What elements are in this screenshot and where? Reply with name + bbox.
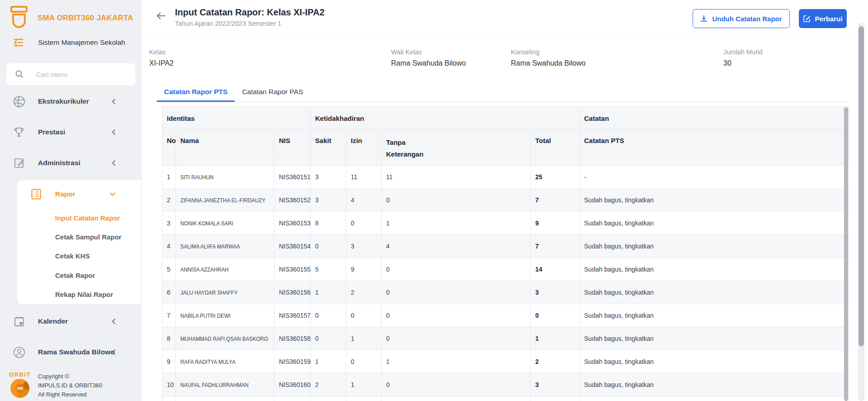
sidebar-subitem-cetak-sampul-rapor[interactable]: Cetak Sampul Rapor — [17, 227, 141, 246]
cell-nama: ZIFANNA JANEZTHA EL-FIRDAUZY — [176, 189, 274, 212]
cell-catatan-pts: Sudah bagus, tingkatkan — [580, 304, 849, 327]
cell-tanpa-keterangan: 1 — [382, 212, 531, 235]
column-header-izin: Izin — [346, 130, 382, 166]
cell-tanpa-keterangan: 4 — [382, 235, 531, 258]
tab-catatan-rapor-pas[interactable]: Catatan Rapor PAS — [235, 82, 310, 102]
download-report-notes-button[interactable]: Unduh Catatan Rapor — [693, 9, 790, 28]
cell-catatan-pts: Sudah bagus, tingkatkan — [580, 327, 849, 350]
copyright: Copyright © IMPULS.ID & ORBIT360 All Rig… — [38, 372, 102, 399]
cell-nis: NIS360152 — [274, 189, 311, 212]
group-header-identitas: Identitas — [162, 107, 311, 130]
cell-empty — [311, 396, 346, 401]
cell-no: 2 — [162, 189, 176, 212]
cell-no: 9 — [162, 350, 176, 373]
cell-nama: NABILA PUTRI DEWI — [176, 304, 274, 327]
cell-nama: JALU HAYDAR SHAFFY — [176, 281, 274, 304]
clipboard-edit-icon — [13, 157, 25, 169]
cell-no: 3 — [162, 212, 176, 235]
group-header-ketidakhadiran: Ketidakhadiran — [311, 107, 580, 130]
sidebar-subitem-input-catatan-rapor[interactable]: Input Catatan Rapor — [17, 208, 141, 227]
volleyball-icon — [13, 95, 25, 108]
page-title: Input Catatan Rapor: Kelas XI-IPA2 — [175, 7, 325, 18]
app-subtitle-row: Sistem Manajemen Sekolah — [13, 38, 125, 47]
sidebar-subitem-rekap-nilai-rapor[interactable]: Rekap Nilai Rapor — [17, 285, 141, 304]
chevron-down-icon — [109, 192, 116, 196]
info-label: Kelas — [149, 48, 174, 56]
cell-no: 8 — [162, 327, 176, 350]
cell-nama: MUHAMMAD RAFI QSAN BASKORO — [176, 327, 274, 350]
sidebar-item-kalender[interactable]: Kalender — [0, 306, 141, 337]
download-button-label: Unduh Catatan Rapor — [712, 15, 782, 23]
cell-total: 1 — [531, 327, 580, 350]
cell-no: 1 — [162, 166, 176, 189]
sidebar-item-administrasi[interactable]: Administrasi — [0, 148, 141, 178]
sidebar-item-label: Rapor — [55, 190, 75, 198]
info-label: Jumlah Murid — [723, 48, 763, 56]
sidebar-item-profile[interactable]: Rama Swahuda Bilowo — [0, 337, 141, 368]
cell-sakit: 8 — [311, 212, 346, 235]
cell-total: 7 — [531, 189, 580, 212]
cell-total: 14 — [531, 258, 580, 281]
table-row: 2ZIFANNA JANEZTHA EL-FIRDAUZYNIS36015234… — [162, 189, 849, 212]
page-scrollbar-thumb[interactable] — [859, 26, 864, 346]
info-value: XI-IPA2 — [149, 59, 174, 67]
cell-no: 5 — [162, 258, 176, 281]
sidebar-item-label: Ekstrakurikuler — [38, 97, 89, 105]
sidebar: SMA ORBIT360 JAKARTA Sistem Manajemen Se… — [0, 0, 142, 401]
update-button[interactable]: Perbarui — [799, 9, 847, 28]
cell-no: 4 — [162, 235, 176, 258]
sidebar-item-label: Kalender — [38, 317, 68, 325]
sidebar-item-ekstrakurikuler[interactable]: Ekstrakurikuler — [0, 86, 141, 117]
orbit-logo-donut: 360 — [10, 379, 29, 398]
orbit360-logo: ORBIT 360 — [6, 371, 33, 398]
back-arrow-icon[interactable] — [156, 12, 166, 20]
table-row: 5ANNISA AZZAHRAHNIS36015559014Sudah bagu… — [162, 258, 849, 281]
cell-izin: 1 — [346, 327, 382, 350]
report-list-icon — [30, 188, 42, 200]
cell-nis: NIS360157 — [274, 304, 311, 327]
cell-empty — [176, 396, 274, 401]
cell-izin: 11 — [346, 166, 382, 189]
cell-total: 9 — [531, 212, 580, 235]
cell-nama: RAFA RADITYA MULYA — [176, 350, 274, 373]
cell-tanpa-keterangan: 0 — [382, 304, 531, 327]
report-table: Identitas Ketidakhadiran Catatan No Nama… — [162, 106, 849, 401]
sidebar-collapse-icon[interactable] — [13, 38, 24, 47]
cell-tanpa-keterangan: 0 — [382, 373, 531, 396]
cell-sakit: 0 — [311, 327, 346, 350]
cell-izin: 0 — [346, 212, 382, 235]
cell-sakit: 3 — [311, 189, 346, 212]
search-icon — [15, 70, 24, 79]
sidebar-item-rapor[interactable]: Rapor — [17, 180, 141, 208]
sidebar-item-prestasi[interactable]: Prestasi — [0, 117, 141, 148]
cell-izin: 0 — [346, 350, 382, 373]
cell-no: 7 — [162, 304, 176, 327]
rapor-section-card: Rapor Input Catatan Rapor Cetak Sampul R… — [17, 180, 141, 304]
table-row-partial — [162, 396, 849, 401]
cell-catatan-pts: Sudah bagus, tingkatkan — [580, 189, 849, 212]
cell-total: 0 — [531, 304, 580, 327]
cell-nama: SALIMA ALIIFA MARWAA — [176, 235, 274, 258]
sidebar-subitem-cetak-rapor[interactable]: Cetak Rapor — [17, 266, 141, 285]
search-input[interactable] — [24, 71, 114, 78]
tab-catatan-rapor-pts[interactable]: Catatan Rapor PTS — [157, 82, 235, 102]
cell-catatan-pts: Sudah bagus, tingkatkan — [580, 258, 849, 281]
table-row: 3NONIK KOMALA SARINIS3601538019Sudah bag… — [162, 212, 849, 235]
cell-izin: 1 — [346, 373, 382, 396]
cell-catatan-pts: Sudah bagus, tingkatkan — [580, 212, 849, 235]
tab-bar: Catatan Rapor PTS Catatan Rapor PAS — [157, 82, 849, 102]
cell-empty — [274, 396, 311, 401]
cell-nama: ANNISA AZZAHRAH — [176, 258, 274, 281]
table-group-header-row: Identitas Ketidakhadiran Catatan — [162, 107, 849, 130]
chevron-left-icon — [112, 160, 116, 166]
info-value: Rama Swahuda Bilowo — [511, 59, 585, 67]
user-icon — [13, 346, 25, 358]
table-row: 6JALU HAYDAR SHAFFYNIS3601561203Sudah ba… — [162, 281, 849, 304]
cell-total: 7 — [531, 235, 580, 258]
calendar-icon — [13, 315, 25, 327]
cell-nis: NIS360153 — [274, 212, 311, 235]
table-scrollbar-thumb[interactable] — [844, 107, 848, 401]
cell-catatan-pts: Sudah bagus, tingkatkan — [580, 350, 849, 373]
sidebar-subitem-cetak-khs[interactable]: Cetak KHS — [17, 247, 141, 266]
chevron-left-icon — [112, 129, 116, 135]
